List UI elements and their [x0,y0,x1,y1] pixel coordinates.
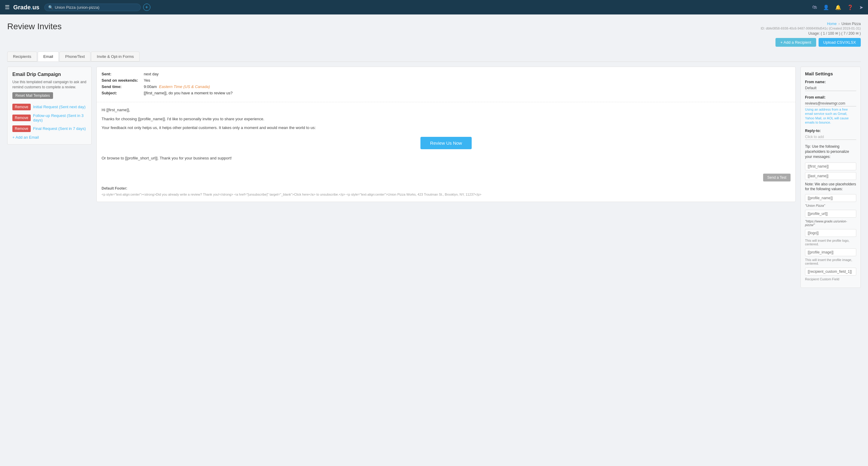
breadcrumb: Home › Union Pizza [761,22,861,26]
logo-tag: [[logo]] [805,229,856,237]
tab-invite-forms[interactable]: Invite & Opt-in Forms [91,52,140,61]
mail-settings-panel: Mail Settings From name: From email: Usi… [801,67,861,288]
page-header: Review Invites Home › Union Pizza ID: db… [7,22,861,36]
user-icon[interactable]: 👤 [823,4,829,10]
placeholder-logo: [[logo]] This will insert the profile lo… [805,229,856,246]
from-email-input[interactable] [805,101,856,106]
initial-request-label[interactable]: Initial Request (Sent next day) [33,104,86,109]
logo-text: Grade.us [13,4,39,11]
email-meta: Sent: next day Send on weekends: Yes Sen… [97,67,795,102]
subject-label: Subject: [101,91,144,95]
placeholder-profile-image: [[profile_image]] This will insert the p… [805,248,856,265]
reset-mail-templates-button[interactable]: Reset Mail Templates [12,92,53,99]
reply-to-input[interactable] [805,134,856,140]
add-recipient-button[interactable]: + Add a Recipient [775,38,816,47]
tab-email[interactable]: Email [38,52,59,61]
custom-field-tag: [[recipient_custom_field_1]] [805,268,856,276]
bag-icon[interactable]: 🛍 [812,4,817,10]
custom-field-note: Recipient Custom Field [805,277,856,281]
app-logo: Grade.us [13,4,39,11]
email-footer-area: Send a Test Default Footer: <p style="te… [97,169,795,201]
tab-bar: Recipients Email Phone/Text Invite & Opt… [7,52,861,62]
weekends-row: Send on weekends: Yes [101,78,790,83]
action-buttons: + Add a Recipient Upload CSV/XLSX [7,38,861,47]
send-time-value: 9:00am Eastern Time (US & Canada) [144,84,210,89]
review-us-now-button[interactable]: Review Us Now [421,137,472,149]
add-location-button[interactable]: + [143,4,150,11]
remove-followup-button[interactable]: Remove [12,115,31,121]
upload-csv-button[interactable]: Upload CSV/XLSX [818,38,861,47]
profile-url-tag: [[profile_url]] [805,210,856,218]
search-text: Union Pizza (union-pizza) [55,5,99,10]
profile-url-note: "https://www.grade.us/union-pizza/" [805,219,856,227]
email-preview-panel: Sent: next day Send on weekends: Yes Sen… [96,67,796,202]
hamburger-menu-icon[interactable]: ☰ [5,4,10,10]
email-greeting: Hi [[first_name]], [101,107,790,113]
email-body: Hi [[first_name]], Thanks for choosing [… [97,102,795,169]
weekends-value: Yes [144,78,150,83]
profile-image-tag: [[profile_image]] [805,248,856,256]
from-email-note: Using an address from a free email servi… [805,107,856,124]
note-box: Note: We also use placeholders for the f… [805,182,856,192]
tip-box: Tip: Use the following placeholders to p… [805,144,856,159]
time-value-text: 9:00am [144,84,157,89]
default-footer-label: Default Footer: [101,186,790,190]
breadcrumb-home[interactable]: Home [827,22,837,26]
tab-phone-text[interactable]: Phone/Text [59,52,90,61]
placeholder-custom-field: [[recipient_custom_field_1]] Recipient C… [805,268,856,281]
top-navigation: ☰ Grade.us 🔍 Union Pizza (union-pizza) +… [0,0,868,14]
placeholder-profile-url: [[profile_url]] "https://www.grade.us/un… [805,210,856,227]
main-container: Review Invites Home › Union Pizza ID: db… [0,14,868,466]
timezone-text: Eastern Time (US & Canada) [159,84,210,89]
sent-row: Sent: next day [101,72,790,76]
note-text: Note: We also use placeholders for the f… [805,182,856,191]
breadcrumb-separator: › [838,22,840,26]
reply-to-label: Reply-to: [805,129,856,133]
breadcrumb-location: Union Pizza [841,22,861,26]
sent-value: next day [144,72,158,76]
send-time-label: Send time: [101,84,144,89]
from-name-group: From name: [805,80,856,91]
tab-recipients[interactable]: Recipients [7,52,37,61]
email-paragraph3: Or browse to [[profile_short_url]]. Than… [101,155,790,161]
email-item-final: Remove Final Request (Sent in 7 days) [12,125,87,132]
usage-info: Usage: ( 1 / 100 ✉ ) ( 7 / 200 ✉ ) [761,31,861,36]
subject-value: [[first_name]], do you have a moment to … [144,91,233,95]
nav-icons: 🛍 👤 🔔 ❓ ➤ [812,4,863,10]
email-paragraph1: Thanks for choosing [[profile_name]]. I'… [101,116,790,122]
remove-initial-button[interactable]: Remove [12,104,31,110]
from-email-group: From email: Using an address from a free… [805,95,856,124]
location-search[interactable]: 🔍 Union Pizza (union-pizza) [44,4,141,11]
sent-label: Sent: [101,72,144,76]
drip-campaign-desc: Use this templated email campaign to ask… [12,80,87,90]
footer-html-content: <p style="text-align:center"><strong>Did… [101,192,790,197]
help-icon[interactable]: ❓ [847,4,853,10]
final-request-label[interactable]: Final Request (Sent in 7 days) [33,126,86,131]
from-name-label: From name: [805,80,856,84]
search-icon: 🔍 [48,5,53,10]
logout-icon[interactable]: ➤ [859,4,863,10]
drip-campaign-title: Email Drip Campaign [12,72,87,77]
email-paragraph2: Your feedback not only helps us, it help… [101,125,790,131]
profile-image-note: This will insert the profile image, cent… [805,258,856,265]
send-time-row: Send time: 9:00am Eastern Time (US & Can… [101,84,790,89]
profile-name-note: "Union Pizza" [805,204,856,207]
bell-icon[interactable]: 🔔 [835,4,841,10]
usage-text: Usage: ( 1 / 100 ✉ ) ( 7 / 200 ✉ ) [808,31,861,36]
from-email-label: From email: [805,95,856,99]
page-title: Review Invites [7,22,62,31]
followup-request-label[interactable]: Follow-up Request (Sent in 3 days) [33,113,87,122]
tip-text: Tip: Use the following placeholders to p… [805,144,849,159]
subject-row: Subject: [[first_name]], do you have a m… [101,91,790,95]
placeholder-first-name: [[first_name]] [805,162,856,170]
placeholder-last-name: [[last_name]] [805,172,856,180]
page-id: ID: dbfe0858-6938-40c6-9487-9998499d541c… [761,27,861,30]
add-email-link[interactable]: + Add an Email [12,135,87,139]
remove-final-button[interactable]: Remove [12,125,31,132]
from-name-input[interactable] [805,85,856,91]
profile-name-tag: [[profile_name]] [805,194,856,202]
placeholder-profile-name: [[profile_name]] "Union Pizza" [805,194,856,207]
breadcrumb-area: Home › Union Pizza ID: dbfe0858-6938-40c… [761,22,861,36]
send-test-button[interactable]: Send a Test [763,174,790,182]
left-panel-email-drip: Email Drip Campaign Use this templated e… [7,67,92,145]
